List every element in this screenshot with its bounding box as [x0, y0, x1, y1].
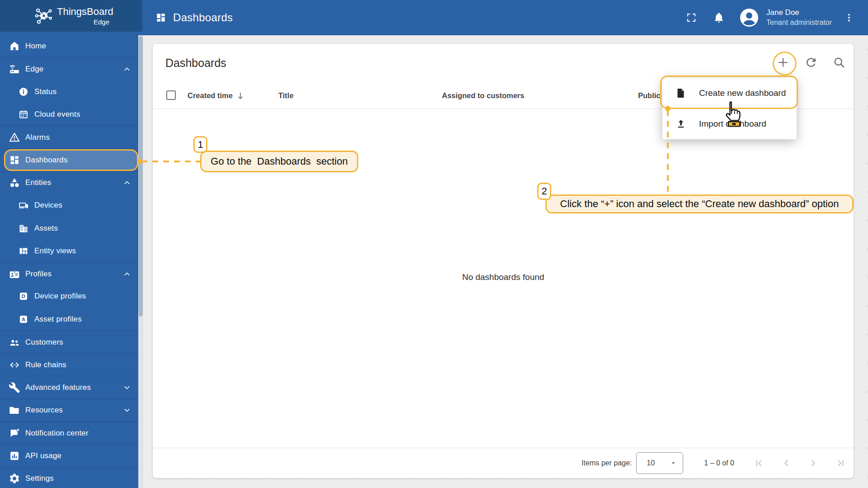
badge-icon [9, 268, 20, 280]
sidebar-item-customers[interactable]: Customers [0, 331, 142, 353]
api-icon [9, 450, 20, 462]
calendar-icon [18, 109, 29, 120]
sidebar-item-status[interactable]: Status [0, 81, 142, 103]
dashboards-icon [155, 12, 167, 24]
sidebar-item-advanced-features[interactable]: Advanced features [0, 376, 142, 398]
tutorial-connector-1-dot [137, 159, 142, 164]
sidebar-item-label: Assets [34, 224, 58, 233]
sidebar-item-label: Status [34, 87, 56, 96]
sidebar-item-label: API usage [25, 451, 61, 460]
svg-text:A: A [22, 317, 25, 322]
first-page-icon[interactable] [753, 457, 765, 469]
sidebar-item-label: Alarms [25, 133, 50, 142]
sidebar-nav: HomeEdgeStatusCloud eventsAlarmsDashboar… [0, 35, 142, 488]
more-vert-icon[interactable] [844, 12, 854, 23]
letter-a-icon: A [18, 314, 29, 325]
tutorial-step2-badge: 2 [537, 183, 551, 200]
sidebar-item-alarms[interactable]: Alarms [0, 126, 142, 148]
user-role: Tenant administrator [766, 18, 832, 28]
chevron-up-icon [122, 65, 131, 74]
tutorial-step1-callout: Go to the Dashboards section [200, 151, 358, 172]
sidebar-item-label: Asset profiles [34, 315, 82, 324]
tutorial-connector-1 [141, 161, 200, 162]
view-quilt-icon [18, 246, 29, 256]
sidebar-item-settings[interactable]: Settings [0, 467, 142, 488]
tutorial-plus-highlight [773, 52, 797, 76]
chevron-down-icon [122, 406, 131, 415]
sort-arrow-icon[interactable] [235, 90, 246, 101]
pager-buttons [753, 457, 846, 469]
avatar[interactable] [738, 7, 760, 28]
sidebar-item-dashboards[interactable]: Dashboards [0, 148, 142, 171]
sidebar-item-resources[interactable]: Resources [0, 399, 142, 422]
chevron-up-icon [122, 270, 131, 279]
chevron-up-icon [122, 178, 131, 187]
tutorial-step2-callout: Click the “+” icon and select the “Creat… [545, 194, 854, 213]
sidebar-item-label: Customers [25, 338, 63, 347]
sidebar-item-entity-views[interactable]: Entity views [0, 240, 142, 262]
fullscreen-icon[interactable] [686, 12, 697, 23]
sidebar-item-label: Devices [34, 201, 62, 210]
column-assigned[interactable]: Assigned to customers [442, 91, 524, 100]
sidebar-item-assets[interactable]: Assets [0, 217, 142, 239]
sidebar-item-profiles[interactable]: Profiles [0, 262, 142, 285]
devices-icon [18, 200, 29, 211]
sidebar-item-label: Dashboards [25, 156, 68, 165]
logo-title: ThingsBoard [57, 6, 113, 18]
folder-icon [9, 404, 20, 416]
sidebar-item-device-profiles[interactable]: DDevice profiles [0, 285, 142, 308]
logo-area[interactable]: ThingsBoard Edge [0, 0, 142, 32]
sidebar-item-notification-center[interactable]: Notification center [0, 422, 142, 444]
sidebar-item-label: Settings [25, 474, 54, 483]
sidebar-item-asset-profiles[interactable]: AAsset profiles [0, 308, 142, 331]
building-icon [18, 223, 29, 234]
svg-text:D: D [22, 294, 25, 299]
sidebar-scrollbar-thumb[interactable] [139, 36, 143, 317]
tutorial-connector-2-dot [665, 106, 671, 111]
tutorial-connector-2 [667, 110, 669, 195]
sidebar-item-label: Rule chains [25, 360, 66, 370]
sidebar-item-edge[interactable]: Edge [0, 57, 142, 80]
breadcrumb: Dashboards [155, 0, 233, 35]
sidebar-item-rule-chains[interactable]: Rule chains [0, 353, 142, 376]
prev-page-icon[interactable] [780, 457, 792, 469]
user-name: Jane Doe [766, 8, 832, 18]
items-per-page-label: Items per page: [582, 459, 632, 467]
tutorial-step2-number: 2 [541, 185, 547, 197]
sidebar-item-home[interactable]: Home [0, 35, 142, 57]
tutorial-step1-text: Go to the Dashboards section [211, 156, 347, 167]
tutorial-step1-number: 1 [197, 139, 203, 151]
info-icon [18, 86, 29, 97]
thingsboard-logo-icon [33, 5, 54, 26]
page-size-select[interactable]: 10 [636, 452, 683, 474]
gear-icon [9, 473, 20, 484]
tutorial-step2-text: Click the “+” icon and select the “Creat… [560, 198, 839, 210]
letter-d-icon: D [18, 291, 29, 302]
column-title[interactable]: Title [278, 91, 294, 100]
sidebar-item-entities[interactable]: Entities [0, 171, 142, 194]
column-public[interactable]: Public [638, 91, 661, 100]
user-block[interactable]: Jane Doe Tenant administrator [766, 8, 832, 28]
refresh-icon[interactable] [804, 56, 818, 69]
sidebar-item-label: Resources [25, 406, 63, 415]
page-size-value: 10 [647, 459, 655, 467]
hand-cursor-icon [721, 100, 745, 130]
warning-icon [9, 132, 20, 143]
sidebar-item-devices[interactable]: Devices [0, 194, 142, 217]
router-icon [9, 63, 20, 75]
rule-chain-icon [9, 359, 20, 371]
paginator: Items per page: 10 1 – 0 of 0 [582, 448, 846, 478]
breadcrumb-label: Dashboards [173, 11, 233, 24]
sidebar-item-api-usage[interactable]: API usage [0, 444, 142, 467]
caret-down-icon [670, 460, 676, 466]
next-page-icon[interactable] [807, 457, 819, 469]
sidebar-item-label: Profiles [25, 270, 52, 279]
last-page-icon[interactable] [835, 457, 846, 469]
notifications-icon[interactable] [713, 12, 725, 24]
sidebar-item-label: Edge [25, 65, 44, 74]
search-icon[interactable] [832, 56, 846, 69]
select-all-checkbox[interactable] [166, 90, 176, 100]
sidebar-scrollbar[interactable] [138, 35, 143, 488]
sidebar-item-cloud-events[interactable]: Cloud events [0, 103, 142, 126]
column-created-time[interactable]: Created time [188, 91, 233, 100]
